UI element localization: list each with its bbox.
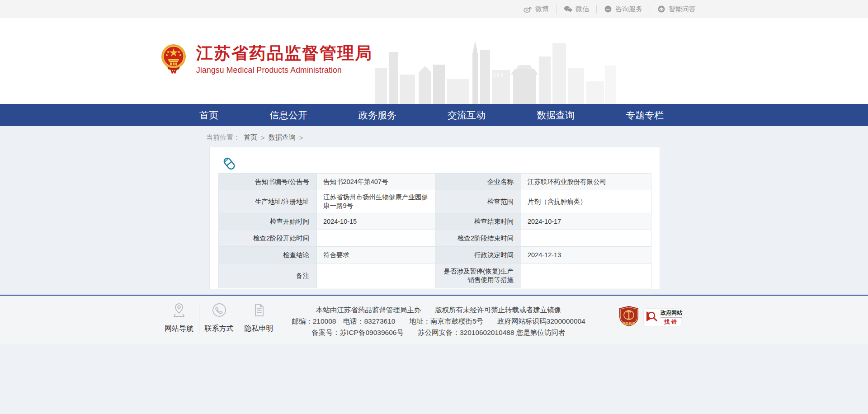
breadcrumb-separator: > — [261, 134, 265, 141]
table-label-cell: 行政决定时间 — [435, 247, 521, 263]
table-label-cell: 检查结论 — [219, 247, 317, 263]
table-row: 检查2阶段开始时间 检查2阶段结束时间 — [219, 230, 651, 247]
table-row: 检查结论 符合要求 行政决定时间 2024-12-13 — [219, 247, 651, 263]
consult-service-link[interactable]: 咨询服务 — [596, 5, 650, 14]
main-content: 当前位置： 首页 > 数据查询 > 告知书编号/公告号 告知书2024年第407… — [0, 126, 868, 295]
phone-icon — [211, 302, 227, 320]
inspection-detail-table: 告知书编号/公告号 告知书2024年第407号 企业名称 江苏联环药业股份有限公… — [218, 173, 651, 288]
nav-item-home[interactable]: 首页 — [199, 109, 218, 122]
table-label-cell: 检查结束时间 — [435, 213, 521, 230]
site-logo-group[interactable]: 江苏省药品监督管理局 Jiangsu Medical Products Admi… — [161, 43, 373, 75]
table-label-cell: 检查2阶段结束时间 — [435, 230, 521, 247]
table-value-cell: 符合要求 — [317, 247, 435, 263]
nav-item-special-topics[interactable]: 专题专栏 — [626, 109, 664, 122]
table-label-cell: 检查范围 — [435, 190, 521, 213]
page-bottom-background — [0, 344, 868, 414]
weibo-link[interactable]: 微博 — [516, 5, 556, 14]
national-emblem-logo — [161, 43, 186, 75]
footer-link-contact[interactable]: 联系方式 — [199, 302, 239, 334]
top-utility-bar: 微博 微信 咨询服务 智能问答 — [0, 0, 868, 18]
footer-link-sitemap[interactable]: 网站导航 — [159, 302, 199, 334]
site-footer: 网站导航 联系方式 隐私申明 — [0, 296, 868, 344]
robot-icon — [657, 5, 665, 13]
site-subtitle: Jiangsu Medical Products Administration — [196, 66, 373, 75]
nav-item-interaction[interactable]: 交流互动 — [448, 109, 486, 122]
wechat-icon — [564, 5, 572, 13]
map-pin-icon — [171, 302, 187, 320]
footer-line-1: 本站由江苏省药品监督管理局主办 版权所有未经许可禁止转载或者建立镜像 — [276, 304, 601, 315]
table-row: 检查开始时间 2024-10-15 检查结束时间 2024-10-17 — [219, 213, 651, 230]
site-header: 江苏省药品监督管理局 Jiangsu Medical Products Admi… — [0, 18, 868, 104]
table-row: 告知书编号/公告号 告知书2024年第407号 企业名称 江苏联环药业股份有限公… — [219, 174, 651, 190]
footer-link-privacy[interactable]: 隐私申明 — [239, 302, 278, 334]
city-skyline-graphic — [375, 25, 619, 104]
footer-line-2: 邮编：210008 电话：83273610 地址：南京市鼓楼街5号 政府网站标识… — [276, 315, 601, 327]
consult-service-label: 咨询服务 — [615, 5, 642, 14]
topbar-items: 微博 微信 咨询服务 智能问答 — [516, 0, 703, 18]
footer-links: 网站导航 联系方式 隐私申明 — [159, 302, 278, 334]
table-value-cell — [317, 230, 435, 247]
svg-text:党政机关: 党政机关 — [622, 321, 635, 325]
table-label-cell: 备注 — [219, 263, 317, 288]
capsule-icon — [222, 156, 236, 171]
table-value-cell — [521, 230, 651, 247]
smart-qa-label: 智能问答 — [669, 5, 696, 14]
table-label-cell: 检查2阶段开始时间 — [219, 230, 317, 247]
badge-text-bottom: 找错 — [664, 318, 679, 326]
inspection-detail-card: 告知书编号/公告号 告知书2024年第407号 企业名称 江苏联环药业股份有限公… — [209, 147, 660, 289]
breadcrumb-prefix: 当前位置： — [206, 133, 240, 142]
site-title-block: 江苏省药品监督管理局 Jiangsu Medical Products Admi… — [196, 44, 373, 75]
table-value-cell — [317, 263, 435, 288]
breadcrumb-separator: > — [299, 134, 303, 141]
table-value-cell: 2024-12-13 — [521, 247, 651, 263]
footer-link-label: 联系方式 — [205, 324, 234, 334]
nav-item-info-disclosure[interactable]: 信息公开 — [269, 109, 307, 122]
table-value-cell: 2024-10-15 — [317, 213, 435, 230]
table-value-cell: 江苏联环药业股份有限公司 — [521, 174, 651, 190]
chat-icon — [604, 5, 612, 13]
party-gov-badge[interactable]: 党政机关 — [618, 306, 639, 329]
table-label-cell: 是否涉及暂停(恢复)生产销售使用等措施 — [435, 263, 521, 288]
table-value-cell: 告知书2024年第407号 — [317, 174, 435, 190]
main-nav: 首页 信息公开 政务服务 交流互动 数据查询 专题专栏 — [0, 104, 868, 126]
footer-link-label: 隐私申明 — [245, 324, 274, 334]
table-label-cell: 检查开始时间 — [219, 213, 317, 230]
footer-badges: 党政机关 政府网站 找错 — [618, 306, 681, 329]
table-row: 备注 是否涉及暂停(恢复)生产销售使用等措施 — [219, 263, 651, 288]
footer-link-label: 网站导航 — [165, 324, 193, 334]
table-value-cell — [521, 263, 651, 288]
table-value-cell: 2024-10-17 — [521, 213, 651, 230]
document-icon — [251, 302, 267, 320]
nav-item-data-query[interactable]: 数据查询 — [537, 109, 575, 122]
breadcrumb: 当前位置： 首页 > 数据查询 > — [206, 133, 303, 142]
wechat-label: 微信 — [576, 5, 589, 14]
badge-text-top: 政府网站 — [660, 309, 682, 318]
table-label-cell: 企业名称 — [435, 174, 521, 190]
breadcrumb-home-link[interactable]: 首页 — [244, 133, 257, 142]
weibo-label: 微博 — [535, 5, 549, 14]
footer-line-3: 备案号：苏ICP备09039606号 苏公网安备：32010602010488 … — [276, 327, 601, 338]
weibo-icon — [524, 5, 532, 13]
smart-qa-link[interactable]: 智能问答 — [650, 5, 703, 14]
site-error-report-badge[interactable]: 政府网站 找错 — [644, 309, 681, 326]
wechat-link[interactable]: 微信 — [556, 5, 596, 14]
table-value-cell: 江苏省扬州市扬州生物健康产业园健康一路9号 — [317, 190, 435, 213]
table-label-cell: 生产地址/注册地址 — [219, 190, 317, 213]
table-value-cell: 片剂（含抗肿瘤类） — [521, 190, 651, 213]
nav-item-gov-services[interactable]: 政务服务 — [359, 109, 396, 122]
table-label-cell: 告知书编号/公告号 — [219, 174, 317, 190]
error-finder-magnifier-icon — [646, 310, 658, 325]
breadcrumb-data-query-link[interactable]: 数据查询 — [269, 133, 296, 142]
footer-info-text: 本站由江苏省药品监督管理局主办 版权所有未经许可禁止转载或者建立镜像 邮编：21… — [276, 304, 601, 338]
table-row: 生产地址/注册地址 江苏省扬州市扬州生物健康产业园健康一路9号 检查范围 片剂（… — [219, 190, 651, 213]
site-title: 江苏省药品监督管理局 — [196, 44, 373, 63]
